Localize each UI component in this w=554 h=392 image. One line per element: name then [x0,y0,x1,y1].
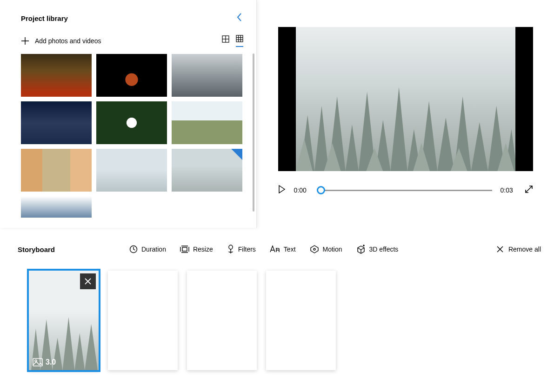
svg-marker-48 [74,333,85,370]
selected-corner-icon [231,149,242,160]
svg-rect-5 [236,35,243,42]
text-label: Text [284,246,296,253]
resize-label: Resize [193,246,213,253]
seek-slider[interactable] [318,186,492,195]
svg-rect-34 [229,245,233,249]
current-time: 0:00 [294,186,310,194]
svg-point-37 [314,248,315,250]
svg-rect-52 [33,359,42,366]
clip-duration: 3.0 [46,358,56,366]
resize-button[interactable]: Resize [180,246,213,253]
svg-marker-13 [345,124,358,171]
view-large-grid-icon[interactable] [222,35,229,47]
svg-marker-49 [85,324,98,370]
filters-label: Filters [238,246,256,253]
library-thumb-canal-city-night[interactable] [21,101,92,144]
svg-marker-47 [63,317,75,370]
storyboard-clip[interactable]: 3.0 [29,271,99,370]
library-thumb-bowling-pins[interactable] [96,54,167,97]
svg-marker-30 [279,186,285,193]
clip-meta: 3.0 [33,358,56,366]
duration-label: Duration [141,246,166,253]
svg-line-31 [526,186,532,193]
remove-clip-button[interactable] [80,273,96,289]
text-button[interactable]: Text [270,245,296,253]
storyboard-empty-slot[interactable] [187,271,257,370]
library-thumb-forest-autumn[interactable] [21,54,92,97]
svg-rect-33 [182,247,187,251]
duration-button[interactable]: Duration [129,245,166,253]
library-thumb-drone-flying[interactable] [96,101,167,144]
svg-marker-19 [437,117,454,171]
total-time: 0:03 [501,186,516,194]
library-thumb-glacier-rock[interactable] [172,54,242,97]
library-thumb-pisa-tower[interactable] [21,149,92,192]
storyboard-empty-slot[interactable] [266,271,336,370]
3d-effects-button[interactable]: 3D effects [356,245,399,254]
motion-label: Motion [323,246,342,253]
3d-effects-label: 3D effects [369,246,399,253]
add-button-label: Add photos and videos [35,37,101,45]
library-thumb-snow-forest[interactable] [172,149,242,192]
seek-thumb[interactable] [317,186,325,194]
svg-marker-36 [311,246,318,253]
video-preview [278,27,533,171]
motion-button[interactable]: Motion [310,245,342,253]
library-thumb-horses-field[interactable] [172,101,242,144]
remove-all-label: Remove all [508,246,541,253]
library-thumbs-scroll[interactable] [21,54,243,228]
storyboard-title: Storyboard [18,246,129,253]
view-small-grid-icon[interactable] [236,35,243,47]
storyboard-panel: Storyboard Duration Resize Filters Text … [0,228,554,370]
svg-marker-21 [471,122,487,171]
preview-panel: 0:00 0:03 [257,0,554,228]
preview-frame [296,27,515,171]
remove-all-button[interactable]: Remove all [496,246,541,253]
collapse-library-chevron-icon[interactable] [236,12,243,25]
svg-marker-11 [314,106,328,171]
svg-marker-16 [390,87,407,171]
image-icon [33,358,43,366]
add-photos-videos-button[interactable]: Add photos and videos [21,37,101,45]
fullscreen-icon[interactable] [525,185,533,195]
library-title: Project library [21,14,68,22]
storyboard-empty-slot[interactable] [108,271,178,370]
filters-button[interactable]: Filters [227,245,256,254]
library-thumb-waterfall[interactable] [21,196,92,218]
library-thumb-person-snow[interactable] [96,149,167,192]
library-scrollbar[interactable] [253,53,254,212]
seek-track [318,190,492,191]
play-button[interactable] [278,185,286,195]
project-library-panel: Project library Add photos and videos [0,0,257,228]
